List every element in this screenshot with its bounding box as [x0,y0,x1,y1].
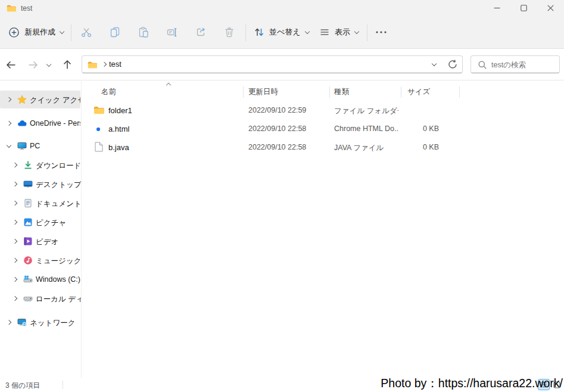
column-header-type[interactable]: 種類 [334,87,349,97]
folder-icon [7,4,16,12]
onedrive-cloud-icon [17,119,27,128]
sidebar-item-windows-c[interactable]: Windows (C:) [0,270,80,288]
chevron-right-icon[interactable] [13,258,17,263]
chevron-right-icon[interactable] [13,277,17,282]
chevron-right-icon[interactable] [7,97,11,102]
sidebar-item-videos[interactable]: ビデオ [0,232,80,250]
sidebar-item-label: ダウンロード [36,161,81,171]
chevron-right-icon[interactable] [7,320,11,325]
maximize-button[interactable] [510,0,537,16]
sidebar-item-music[interactable]: ミュージック [0,251,80,269]
sidebar-divider [81,81,82,378]
address-bar[interactable] [82,55,463,73]
chevron-down-icon [60,29,64,33]
column-header-size[interactable]: サイズ [407,87,430,97]
new-button[interactable]: 新規作成 [8,21,64,43]
view-button[interactable]: 表示 [319,21,359,43]
sidebar-item-quick-access[interactable]: クイック アクセス [0,91,80,108]
sidebar-item-network[interactable]: ネットワーク [0,313,80,331]
chevron-right-icon[interactable] [13,239,17,244]
sidebar-item-label: ピクチャ [36,218,66,228]
sidebar-item-label: クイック アクセス [30,95,80,105]
item-count: 3 個の項目 [5,381,40,391]
chevron-right-icon[interactable] [13,296,17,301]
file-date: 2022/09/10 22:59 [248,106,306,114]
chevron-right-icon[interactable] [13,220,17,225]
documents-icon [23,198,33,208]
chevron-right-icon[interactable] [13,201,17,206]
view-button-label: 表示 [335,27,350,38]
file-name: folder1 [108,106,132,115]
sort-ascending-icon [166,83,171,88]
videos-icon [23,237,33,246]
java-file-icon [95,142,105,152]
sidebar-item-label: ミュージック [36,256,81,266]
search-input[interactable] [490,57,558,73]
share-icon[interactable] [195,26,207,38]
chevron-right-icon[interactable] [13,163,17,167]
sort-arrows-icon [254,27,264,38]
rename-icon[interactable] [166,26,178,38]
chevron-down-icon [354,29,359,33]
sidebar-item-pictures[interactable]: ピクチャ [0,213,80,231]
file-row-b-java[interactable]: b.java 2022/09/10 22:58 JAVA ファイル 0 KB [86,138,468,157]
file-size: 0 KB [369,143,439,151]
back-button[interactable] [5,58,18,71]
download-icon [23,160,33,170]
sidebar-item-local-disk[interactable]: ローカル ディスク ( [0,290,80,307]
paste-icon[interactable] [138,26,149,38]
sidebar-item-label: Windows (C:) [36,275,80,284]
folder-icon [94,105,104,116]
refresh-icon[interactable] [447,59,458,70]
delete-icon[interactable] [223,26,235,38]
file-row-folder1[interactable]: folder1 2022/09/10 22:59 ファイル フォルダー [86,101,468,120]
toolbar-separator [71,24,71,41]
watermark-text: Photo by：https://harusara22.work/ [381,375,563,391]
close-button[interactable] [537,0,564,16]
star-icon [17,95,27,104]
pc-monitor-icon [17,141,27,151]
window-title: test [21,4,32,13]
sidebar-item-onedrive[interactable]: OneDrive - Perso [0,114,80,132]
sidebar-item-documents[interactable]: ドキュメント [0,194,80,212]
sidebar-item-label: ドキュメント [36,199,81,209]
toolbar-separator [245,24,246,41]
sidebar-item-desktop[interactable]: デスクトップ [0,175,80,193]
sidebar-item-label: デスクトップ [36,180,81,190]
local-disk-icon [23,294,33,303]
network-icon [17,318,27,327]
file-date: 2022/09/10 22:58 [248,143,306,151]
sidebar-item-label: OneDrive - Perso [30,119,80,127]
column-header-name[interactable]: 名前 [101,87,116,97]
copy-icon[interactable] [109,26,121,38]
top-chrome: test 新規作成 [0,0,564,49]
column-header-date[interactable]: 更新日時 [248,87,278,97]
recent-locations-chevron[interactable] [44,58,54,71]
more-icon[interactable] [375,27,387,39]
chevron-down-icon[interactable] [7,143,11,148]
new-button-label: 新規作成 [24,27,55,38]
status-divider [63,381,63,389]
chevron-right-icon[interactable] [7,121,11,126]
file-row-a-html[interactable]: a.html 2022/09/10 22:58 Chrome HTML Do..… [86,120,468,138]
column-resize-handle[interactable] [401,86,401,98]
minimize-button[interactable] [484,0,510,16]
column-resize-handle[interactable] [329,86,330,98]
cut-icon[interactable] [80,26,92,38]
up-button[interactable] [61,58,74,71]
sidebar-item-downloads[interactable]: ダウンロード [0,156,80,174]
chevron-right-icon[interactable] [13,182,17,186]
column-resize-handle[interactable] [243,86,244,98]
explorer-window: test 新規作成 [0,0,564,392]
sort-button-label: 並べ替え [269,27,301,38]
sidebar-item-label: ビデオ [36,237,58,247]
navigation-row: test [0,49,564,80]
search-icon [478,60,487,70]
new-plus-icon [8,27,20,38]
folder-icon [88,61,97,69]
sort-button[interactable]: 並べ替え [254,21,309,43]
column-resize-handle[interactable] [459,86,460,98]
sidebar-item-pc[interactable]: PC [0,137,80,155]
breadcrumb[interactable]: test [109,60,121,69]
forward-button[interactable] [26,58,39,71]
